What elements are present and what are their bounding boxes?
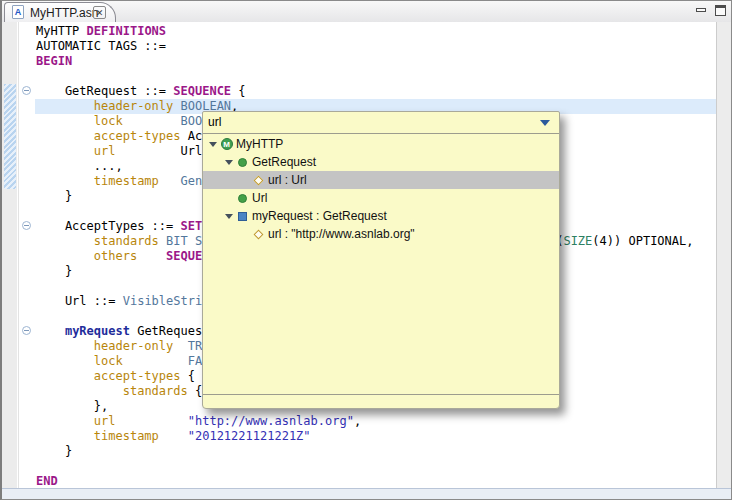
tree-item-GetRequest[interactable]: GetRequest [203,153,559,171]
tree-item-label: url : "http://www.asnlab.org" [268,227,415,241]
asn-file-icon: A [12,5,24,19]
annotation-ruler [2,22,17,489]
minimize-icon[interactable] [696,8,706,12]
collapse-icon[interactable] [22,326,31,335]
tree-item-label: GetRequest [252,155,316,169]
field-icon [251,231,266,238]
type-icon [235,194,250,203]
tree-item-label: MyHTTP [236,137,283,151]
window-bottom-edge [2,488,731,499]
collapse-icon[interactable] [22,221,31,230]
type-icon [235,158,250,167]
code-line[interactable]: } [35,444,717,459]
code-line[interactable]: BEGIN [35,54,717,69]
tree-item-url[interactable]: url : Url [203,171,559,189]
tab-myhttp-asn[interactable]: A MyHTTP.asn ✕ [4,2,116,22]
value-icon [235,212,250,221]
code-line[interactable]: MyHTTP DEFINITIONS [35,24,717,39]
outline-filter-row [203,112,559,134]
quick-outline-popup: MMyHTTPGetRequesturl : UrlUrlmyRequest :… [202,111,560,409]
tree-item-url[interactable]: url : "http://www.asnlab.org" [203,225,559,243]
outline-filter-input[interactable] [205,113,518,131]
tree-item-label: Url [252,191,267,205]
expander-triangle-icon[interactable] [223,214,235,219]
tree-item-Url[interactable]: Url [203,189,559,207]
code-line[interactable]: AUTOMATIC TAGS ::= [35,39,717,54]
code-line[interactable]: url "http://www.asnlab.org", [35,414,717,429]
code-line[interactable] [35,459,717,474]
range-indicator [4,84,16,189]
code-line[interactable]: GetRequest ::= SEQUENCE { [35,84,717,99]
expander-triangle-icon[interactable] [223,160,235,165]
close-icon[interactable]: ✕ [93,6,106,19]
chevron-down-icon[interactable] [540,120,550,126]
tab-title: MyHTTP.asn [30,6,98,20]
editor-window: A MyHTTP.asn ✕ MyHTTP DEFINITIONSAUTOMAT… [0,0,732,500]
tree-item-MyHTTP[interactable]: MMyHTTP [203,135,559,153]
tab-bar: A MyHTTP.asn ✕ [2,1,731,23]
code-line[interactable]: END [35,474,717,489]
collapse-icon[interactable] [22,86,31,95]
field-icon [251,177,266,184]
popup-footer [203,394,559,408]
tree-item-label: url : Url [268,173,307,187]
module-icon: M [219,138,234,150]
outline-tree: MMyHTTPGetRequesturl : UrlUrlmyRequest :… [203,135,559,243]
maximize-icon[interactable] [715,5,726,16]
tree-item-myRequest[interactable]: myRequest : GetRequest [203,207,559,225]
code-line[interactable]: timestamp "20121221121221Z" [35,429,717,444]
code-line[interactable] [35,69,717,84]
expander-triangle-icon[interactable] [207,142,219,147]
tree-item-label: myRequest : GetRequest [252,209,387,223]
overview-ruler[interactable] [716,22,731,489]
